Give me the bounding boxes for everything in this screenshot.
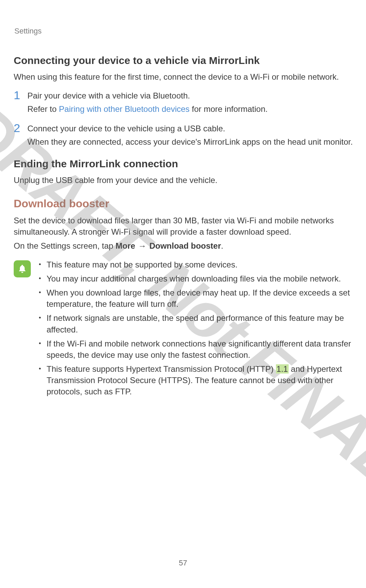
list-item: This feature may not be supported by som… <box>37 259 354 270</box>
body-text: Set the device to download files larger … <box>14 215 354 237</box>
step-line: When they are connected, access your dev… <box>27 136 354 147</box>
step-number: 1 <box>14 89 22 101</box>
breadcrumb: Settings <box>14 27 354 36</box>
heading-ending: Ending the MirrorLink connection <box>14 158 354 170</box>
text: This feature supports Hypertext Transmis… <box>47 364 276 374</box>
link-pairing-bluetooth[interactable]: Pairing with other Bluetooth devices <box>59 104 190 114</box>
body-text: Unplug the USB cable from your device an… <box>14 174 354 186</box>
step-1: 1 Pair your device with a vehicle via Bl… <box>14 90 354 115</box>
heading-download-booster: Download booster <box>14 197 354 210</box>
list-item: If the Wi-Fi and mobile network connecti… <box>37 338 354 361</box>
bell-icon <box>14 260 31 277</box>
step-line: Connect your device to the vehicle using… <box>27 123 354 134</box>
text: On the Settings screen, tap <box>14 241 116 250</box>
intro-text: When using this feature for the first ti… <box>14 71 354 82</box>
step-line: Refer to Pairing with other Bluetooth de… <box>27 103 354 115</box>
heading-connecting: Connecting your device to a vehicle via … <box>14 55 354 66</box>
page: DRAFT, Not FINAL Settings Connecting you… <box>0 0 366 588</box>
list-item: When you download large files, the devic… <box>37 287 354 310</box>
step-body: Pair your device with a vehicle via Blue… <box>27 90 354 115</box>
step-body: Connect your device to the vehicle using… <box>27 123 354 147</box>
steps-list: 1 Pair your device with a vehicle via Bl… <box>14 90 354 147</box>
step-line: Pair your device with a vehicle via Blue… <box>27 90 354 101</box>
highlight: 1.1 <box>276 364 289 374</box>
text: for more information. <box>190 104 268 114</box>
note-block: This feature may not be supported by som… <box>14 259 354 400</box>
text: . <box>221 241 224 250</box>
page-number: 57 <box>0 559 366 567</box>
text: Refer to <box>27 104 59 114</box>
step-2: 2 Connect your device to the vehicle usi… <box>14 123 354 147</box>
arrow-icon: → <box>138 240 147 251</box>
list-item: This feature supports Hypertext Transmis… <box>37 363 354 397</box>
step-number: 2 <box>14 122 22 134</box>
list-item: If network signals are unstable, the spe… <box>37 312 354 335</box>
list-item: You may incur additional charges when do… <box>37 273 354 284</box>
path-more: More <box>116 241 135 250</box>
body-text-path: On the Settings screen, tap More → Downl… <box>14 240 354 251</box>
path-download-booster: Download booster <box>149 241 221 250</box>
note-list: This feature may not be supported by som… <box>37 259 354 400</box>
